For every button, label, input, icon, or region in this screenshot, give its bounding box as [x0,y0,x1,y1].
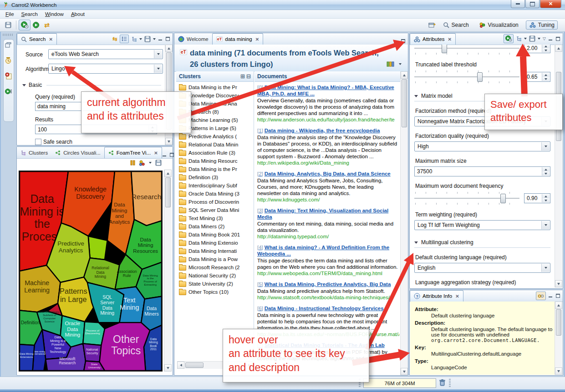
save-toolbar-button[interactable] [3,20,14,30]
cluster-item[interactable]: Data Mining Extensio [176,239,254,247]
sections-menu-arrow-icon[interactable] [524,38,527,40]
tab-search[interactable]: Search✕ [17,33,57,45]
open-perspective-icon[interactable]: ✦ [428,22,436,29]
maximize-view-icon[interactable] [555,37,560,41]
link-selection-icon[interactable] [536,291,546,300]
cluster-item[interactable]: Predictive Analytics ( [176,132,254,141]
close-icon[interactable]: ✕ [455,294,459,299]
menu-about[interactable]: About [67,11,88,17]
document-url[interactable]: http://www.statsoft.com/textbook/data-mi… [257,294,398,301]
attribute-dropdown[interactable]: Log Tf Idf Term Weighting [414,220,550,230]
document-title-link[interactable]: [0]Data Mining: What is Data Mining? - M… [257,84,398,97]
layout-bars-icon[interactable] [387,61,394,67]
cluster-item[interactable]: Data Mining Book 201 [176,231,254,239]
document-url[interactable]: http://en.wikipedia.org/wiki/Data_mining [257,160,398,166]
attribute-spinner[interactable]: 37500 [414,166,550,176]
document-title-link[interactable]: [5]What is Data Mining, Predictive Analy… [257,281,398,287]
perspective-tuning[interactable]: Tuning [526,20,558,30]
fastview-handle[interactable] [3,34,13,36]
fastview-error-log-icon[interactable] [5,72,12,80]
slider-thumb[interactable] [500,194,506,203]
slider-spinner[interactable]: 0.65 [524,72,550,82]
run-with-schedule-button[interactable] [19,20,31,30]
save-menu-arrow-icon[interactable] [153,38,156,40]
cluster-item[interactable]: State University (2) [176,280,254,288]
visualization-options-icon[interactable] [139,160,145,166]
basic-section-header[interactable]: Basic [22,82,161,88]
maximize-button[interactable] [525,0,540,8]
slider[interactable] [414,45,519,55]
spinner-buttons[interactable] [542,73,550,81]
refresh-button[interactable]: ⇄ [41,20,52,30]
foamtree-canvas[interactable]: DataMining istheProcessKnowledgeDiscover… [19,171,163,372]
tab-welcome[interactable]: Welcome [174,34,212,45]
document-url[interactable]: http://www.anderson.ucla.edu/faculty/jas… [257,116,398,123]
cluster-item[interactable]: Process of Discoverin [176,198,254,206]
document-title-link[interactable]: [3]Data Mining: Text Mining, Visualizati… [257,207,398,220]
minimize-view-icon[interactable] [393,39,398,43]
cluster-item[interactable]: Definition (3) [176,173,254,181]
layout-menu-arrow-icon[interactable] [399,63,402,65]
show-as-tree-icon[interactable] [131,36,137,42]
cluster-item[interactable]: National Security (2) [176,271,254,280]
minimize-view-icon[interactable] [548,37,553,41]
perspective-visualization[interactable]: Visualization [476,21,521,29]
options-menu-arrow-icon[interactable] [149,162,152,164]
link-with-editor-icon[interactable]: ⇆ [112,35,117,42]
cluster-item[interactable]: Data Miners (2) [176,222,254,231]
attribute-info-scrollbar[interactable] [555,302,562,375]
document-title-link[interactable]: [6]Data Mining - Instructional Technolog… [257,305,398,312]
visualization-scrollbar[interactable] [164,170,172,372]
show-as-list-icon[interactable] [120,35,129,43]
document-title-link[interactable]: [4]What is data mining? - A Word Definit… [257,244,398,257]
menu-search[interactable]: Search [18,11,41,17]
expand-all-icon[interactable]: ⊞ [240,73,245,80]
save-attributes-menu-arrow-icon[interactable] [538,38,540,40]
tree-menu-arrow-icon[interactable] [139,38,142,40]
slider-thumb[interactable] [442,45,447,53]
cluster-item[interactable]: Text Mining (3) [176,214,254,222]
cluster-item[interactable]: Data Mining Resourc [176,157,254,165]
minimize-button[interactable] [511,0,525,8]
tab-attributes[interactable]: Attributes✕ [410,33,456,45]
close-icon[interactable]: ✕ [255,37,259,42]
maximize-view-icon[interactable] [169,153,174,157]
pause-updates-icon[interactable] [130,160,135,166]
maximize-view-icon[interactable] [555,294,560,298]
fastview-benchmark-icon[interactable] [5,88,12,95]
tab-attribute-info[interactable]: ? Attribute Info✕ [410,290,463,302]
cluster-item[interactable]: Data Mining is the Pr [176,83,254,91]
spinner-buttons[interactable] [542,167,550,176]
cluster-item[interactable]: Data Mining is the Pr [176,165,254,173]
close-icon[interactable]: ✕ [448,37,452,42]
document-title-link[interactable]: [1]Data mining - Wikipedia, the free enc… [257,127,398,134]
attribute-section-header[interactable]: Multilingual clustering [414,239,550,248]
foamtree-cell[interactable] [88,236,107,260]
tab-clusters-viz[interactable]: Clusters [17,147,51,158]
cluster-item[interactable]: Data Mining is a Pow [176,255,254,263]
spinner-buttons[interactable] [542,194,550,202]
document-title-link[interactable]: [2]Data Mining, Analytics, Big Data, and… [257,171,398,177]
minimize-view-icon[interactable] [162,153,167,157]
algorithm-dropdown[interactable]: Lingo [48,64,163,74]
cluster-item[interactable]: Oracle Data Mining (3 [176,190,254,198]
slider[interactable] [414,191,519,205]
tab-data-mining[interactable]: eT data mining✕ [212,33,263,45]
save-view-icon[interactable] [144,36,151,42]
restore-view-icon[interactable] [5,42,11,48]
menu-file[interactable]: File [2,11,18,17]
maximize-view-icon[interactable] [165,37,170,41]
close-icon[interactable]: ✕ [154,151,158,156]
documents-scrollbar[interactable] [400,71,408,375]
close-button[interactable]: ✕ [540,0,561,8]
attribute-dropdown[interactable]: High [414,141,550,151]
tab-foamtree-visualization[interactable]: FoamTree Vi...✕ [104,147,162,158]
slider-spinner[interactable]: 2.00 [524,45,550,53]
document-url[interactable]: http://www.kdnuggets.com/ [257,196,398,203]
document-url[interactable]: http://datamining.typepad.com/ [257,233,398,240]
cluster-item[interactable]: Other Topics (10) [176,288,254,296]
garbage-collect-icon[interactable] [439,379,446,387]
slider-thumb[interactable] [477,72,483,82]
safe-search-checkbox[interactable] [35,139,41,145]
save-visualization-icon[interactable] [155,160,162,166]
